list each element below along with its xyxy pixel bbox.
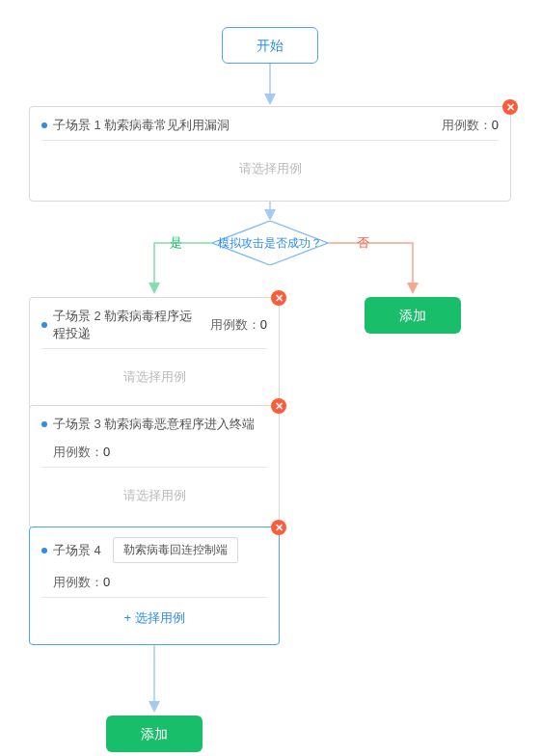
bullet-icon [41,122,47,128]
close-icon[interactable]: ✕ [502,99,518,115]
scene-title: 子场景 2 勒索病毒程序远程投递 [41,308,203,342]
select-case-cta[interactable]: + 选择用例 [41,598,267,633]
decision-text: 模拟攻击是否成功？ [218,235,322,252]
case-count: 用例数：0 [53,444,267,461]
scene-card-1[interactable]: ✕ 子场景 1 勒索病毒常见利用漏洞 用例数：0 请选择用例 [29,106,511,202]
scene-title-text: 子场景 3 勒索病毒恶意程序进入终端 [53,416,255,433]
start-node[interactable]: 开始 [222,27,318,64]
scene-title-text: 子场景 1 勒索病毒常见利用漏洞 [53,117,230,134]
add-button-label: 添加 [141,726,168,742]
scene-card-4[interactable]: ✕ 子场景 4 勒索病毒回连控制端 用例数：0 + 选择用例 [29,526,280,645]
close-icon[interactable]: ✕ [271,520,286,535]
add-button-right[interactable]: 添加 [365,297,461,334]
branch-yes-label: 是 [170,234,182,252]
case-count: 用例数：0 [53,574,267,591]
select-placeholder[interactable]: 请选择用例 [41,468,267,516]
close-icon[interactable]: ✕ [271,290,286,306]
scene-title-text: 子场景 2 勒索病毒程序远程投递 [53,308,203,342]
scene-card-3[interactable]: ✕ 子场景 3 勒索病毒恶意程序进入终端 用例数：0 请选择用例 [29,405,280,528]
close-icon[interactable]: ✕ [271,398,286,414]
select-placeholder[interactable]: 请选择用例 [41,349,267,397]
case-count: 用例数：0 [442,117,499,134]
bullet-icon [41,322,47,328]
scene-tag[interactable]: 勒索病毒回连控制端 [113,537,238,563]
select-placeholder[interactable]: 请选择用例 [41,141,499,189]
branch-no-label: 否 [357,234,369,252]
add-button-label: 添加 [399,308,426,323]
scene-title: 子场景 3 勒索病毒恶意程序进入终端 [41,416,255,433]
scene-title: 子场景 1 勒索病毒常见利用漏洞 [41,117,230,134]
bullet-icon [41,421,47,427]
case-count: 用例数：0 [210,316,267,334]
decision-node[interactable]: 模拟攻击是否成功？ [212,221,328,265]
start-label: 开始 [257,38,284,53]
scene-title: 子场景 4 勒索病毒回连控制端 [41,537,238,563]
scene-title-text: 子场景 4 [53,542,101,559]
add-button-bottom[interactable]: 添加 [106,716,203,752]
scene-card-2[interactable]: ✕ 子场景 2 勒索病毒程序远程投递 用例数：0 请选择用例 [29,297,280,410]
bullet-icon [41,548,47,554]
